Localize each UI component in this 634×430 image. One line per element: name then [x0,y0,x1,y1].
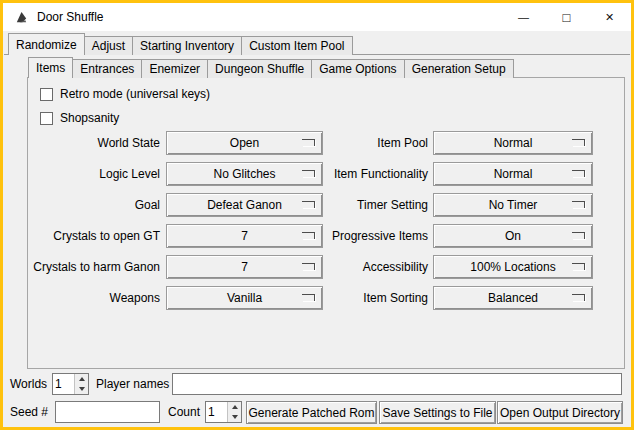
progressive-items-label: Progressive Items [320,224,428,248]
count-label: Count [168,401,200,423]
menu-indicator-icon [302,294,315,301]
weapons-dropdown[interactable]: Vanilla [166,286,323,310]
dropdown-value: 7 [241,229,248,243]
close-button[interactable]: ✕ [588,3,631,31]
tab-label: Starting Inventory [140,39,234,53]
item-sorting-dropdown[interactable]: Balanced [433,286,593,310]
progressive-items-dropdown[interactable]: On [433,224,593,248]
count-input[interactable] [206,402,227,422]
item-functionality-label: Item Functionality [320,162,428,186]
player-names-input[interactable] [172,373,622,395]
app-icon [14,10,29,25]
maximize-icon: □ [563,10,571,25]
menu-indicator-icon [572,232,585,239]
item-pool-dropdown[interactable]: Normal [433,131,593,155]
logic-level-dropdown[interactable]: No Glitches [166,162,323,186]
crystals-gt-dropdown[interactable]: 7 [166,224,323,248]
seed-label: Seed # [10,401,48,423]
menu-indicator-icon [302,201,315,208]
dropdown-value: Vanilla [227,291,262,305]
dropdown-value: Normal [494,167,533,181]
tab-entrances[interactable]: Entrances [72,59,142,78]
tab-randomize[interactable]: Randomize [8,33,85,55]
crystals-ganon-label: Crystals to harm Ganon [20,255,160,279]
door-shuffle-window: Door Shuffle — □ ✕ Randomize Adjust Star… [0,0,634,430]
button-label: Save Settings to File [382,406,492,420]
menu-indicator-icon [572,139,585,146]
spin-down-icon[interactable] [75,384,88,394]
window-controls: — □ ✕ [502,3,631,31]
seed-input[interactable] [55,401,160,423]
item-functionality-dropdown[interactable]: Normal [433,162,593,186]
tab-label: Game Options [319,62,396,76]
menu-indicator-icon [572,294,585,301]
retro-mode-checkbox-row[interactable]: Retro mode (universal keys) [40,86,210,102]
retro-mode-checkbox[interactable] [40,88,53,101]
open-output-directory-button[interactable]: Open Output Directory [497,401,623,424]
tab-game-options[interactable]: Game Options [311,59,404,78]
spin-up-icon[interactable] [228,402,241,412]
tab-label: Custom Item Pool [249,39,344,53]
count-spinner[interactable] [205,401,242,423]
dropdown-value: Normal [494,136,533,150]
crystals-ganon-dropdown[interactable]: 7 [166,255,323,279]
menu-indicator-icon [572,263,585,270]
shopsanity-checkbox[interactable] [40,112,53,125]
tab-items[interactable]: Items [28,57,73,78]
retro-mode-label: Retro mode (universal keys) [60,87,210,101]
shopsanity-label: Shopsanity [60,111,119,125]
count-spinner-buttons [227,402,241,422]
minimize-button[interactable]: — [502,3,545,31]
tab-label: Dungeon Shuffle [215,62,304,76]
timer-setting-label: Timer Setting [320,193,428,217]
spin-down-icon[interactable] [228,412,241,422]
dropdown-value: Balanced [488,291,538,305]
button-label: Generate Patched Rom [248,406,374,420]
shopsanity-checkbox-row[interactable]: Shopsanity [40,110,119,126]
spin-up-icon[interactable] [75,374,88,384]
player-names-label: Player names [96,373,169,395]
menu-indicator-icon [302,139,315,146]
menu-indicator-icon [302,232,315,239]
tab-starting-inventory[interactable]: Starting Inventory [132,36,242,55]
worlds-spinner[interactable] [52,373,89,395]
item-sorting-label: Item Sorting [320,286,428,310]
dropdown-value: On [505,229,521,243]
tab-adjust[interactable]: Adjust [84,36,133,55]
dropdown-value: 100% Locations [470,260,555,274]
dropdown-value: No Glitches [213,167,275,181]
tab-custom-item-pool[interactable]: Custom Item Pool [241,36,352,55]
maximize-button[interactable]: □ [545,3,588,31]
timer-setting-dropdown[interactable]: No Timer [433,193,593,217]
dropdown-value: 7 [241,260,248,274]
goal-dropdown[interactable]: Defeat Ganon [166,193,323,217]
tab-dungeon-shuffle[interactable]: Dungeon Shuffle [207,59,312,78]
world-state-label: World State [20,131,160,155]
dropdown-value: Defeat Ganon [207,198,282,212]
save-settings-button[interactable]: Save Settings to File [379,401,496,424]
inner-tab-bar: Items Entrances Enemizer Dungeon Shuffle… [28,57,514,78]
accessibility-dropdown[interactable]: 100% Locations [433,255,593,279]
worlds-label: Worlds [10,373,47,395]
crystals-gt-label: Crystals to open GT [20,224,160,248]
worlds-input[interactable] [53,374,74,394]
button-label: Open Output Directory [500,406,620,420]
dropdown-value: Open [230,136,259,150]
item-pool-label: Item Pool [320,131,428,155]
weapons-label: Weapons [20,286,160,310]
tab-label: Items [36,61,65,75]
tab-label: Randomize [16,38,77,52]
tab-generation-setup[interactable]: Generation Setup [404,59,514,78]
generate-patched-rom-button[interactable]: Generate Patched Rom [246,401,377,424]
tab-label: Entrances [80,62,134,76]
dropdown-value: No Timer [489,198,538,212]
world-state-dropdown[interactable]: Open [166,131,323,155]
menu-indicator-icon [302,170,315,177]
menu-indicator-icon [572,201,585,208]
tab-enemizer[interactable]: Enemizer [141,59,208,78]
tab-label: Enemizer [149,62,200,76]
accessibility-label: Accessibility [320,255,428,279]
title-bar[interactable]: Door Shuffle — □ ✕ [3,3,631,31]
outer-tab-bar: Randomize Adjust Starting Inventory Cust… [8,33,353,55]
window-title: Door Shuffle [37,3,104,31]
